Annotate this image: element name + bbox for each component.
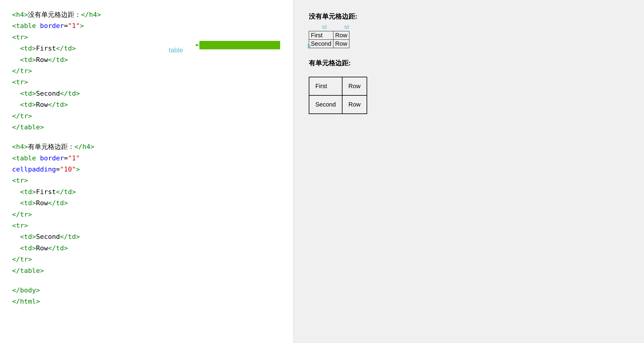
table-row: Second Row [309, 40, 349, 48]
code-line: </table> [12, 265, 281, 276]
table-row: First Row [309, 31, 349, 40]
table-cell: Second [309, 95, 342, 114]
code-line: <table border="1"> [12, 20, 281, 31]
table-cell: Row [342, 95, 367, 114]
td-label-1: td [311, 24, 338, 30]
code-line: </tr> [12, 254, 281, 265]
table-cell: Second [309, 40, 333, 48]
section2-title: 有单元格边距: [309, 59, 629, 68]
section-with-padding: 有单元格边距: First Row Second Row [309, 59, 629, 114]
arrow-svg [196, 33, 289, 57]
code-line: <h4>没有单元格边距：</h4> [12, 9, 281, 20]
table-label: table [169, 45, 183, 56]
code-line: <td>Row</td> [12, 99, 281, 110]
code-line: <tr> [12, 76, 281, 88]
table-cell: Row [333, 40, 349, 48]
table-cell: Row [333, 31, 349, 40]
table-cell: First [309, 77, 342, 95]
table-row: Second Row [309, 95, 367, 114]
code-block-2: <h4>有单元格边距：</h4> <table border="1" cellp… [12, 141, 281, 276]
code-footer: </body> </html> [12, 285, 281, 307]
preview-panel: 没有单元格边距: td td First Row Second Row 有单元格… [294, 0, 644, 343]
code-line: </tr> [12, 209, 281, 220]
code-line: cellpadding="10"> [12, 164, 281, 175]
code-line: <tr> [12, 175, 281, 186]
code-line: <table border="1" [12, 153, 281, 164]
table-with-padding: First Row Second Row [309, 77, 367, 114]
table-cell: First [309, 31, 333, 40]
code-line: </body> [12, 285, 281, 296]
code-line: <td>Second</td> [12, 231, 281, 242]
td-label-2: td [338, 24, 356, 30]
code-block-1: <h4>没有单元格边距：</h4> <table border="1"> <tr… [12, 9, 281, 133]
code-line: </tr> [12, 65, 281, 76]
table-cell: Row [342, 77, 367, 95]
code-line: </tr> [12, 110, 281, 122]
td-labels-row: td td [311, 24, 629, 30]
code-line: <tr> [12, 220, 281, 231]
table-no-padding: First Row Second Row [309, 31, 349, 48]
code-panel: <h4>没有单元格边距：</h4> <table border="1"> <tr… [0, 0, 294, 343]
code-line: <td>First</td> [12, 186, 281, 197]
code-line: </table> [12, 122, 281, 133]
table-row: First Row [309, 77, 367, 95]
code-line: <td>Second</td> [12, 88, 281, 99]
section-no-padding: 没有单元格边距: td td First Row Second Row [309, 12, 629, 48]
tr-label: tr [308, 41, 311, 52]
code-line: <td>Row</td> [12, 243, 281, 254]
section1-title: 没有单元格边距: [309, 12, 629, 21]
code-line: </html> [12, 296, 281, 307]
code-line: <td>Row</td> [12, 197, 281, 209]
code-line: <h4>有单元格边距：</h4> [12, 141, 281, 152]
